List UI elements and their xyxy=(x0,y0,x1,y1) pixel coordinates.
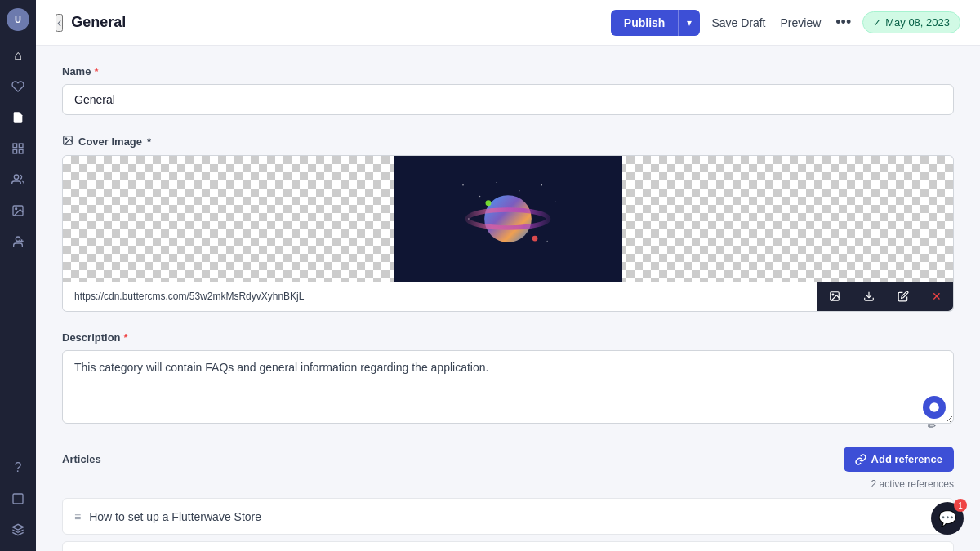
cover-image-required: * xyxy=(147,136,151,148)
svg-marker-11 xyxy=(12,524,23,530)
description-section: Description * This category will contain… xyxy=(62,331,954,427)
back-button[interactable]: ‹ xyxy=(56,14,63,32)
ai-assistant-button[interactable] xyxy=(923,396,946,419)
image-url-input[interactable] xyxy=(63,282,817,311)
svg-point-4 xyxy=(14,175,18,179)
content-area: Name * Cover Image * xyxy=(36,46,980,551)
publish-group: Publish ▾ xyxy=(611,10,701,36)
drag-icon[interactable]: ≡ xyxy=(74,510,81,523)
topbar-actions: Publish ▾ Save Draft Preview ••• May 08,… xyxy=(611,7,960,38)
chat-icon: 💬 xyxy=(938,509,956,527)
topbar: ‹ General Publish ▾ Save Draft Preview •… xyxy=(36,0,980,46)
svg-point-19 xyxy=(555,202,556,202)
image-url-row: ✕ xyxy=(62,282,954,312)
image-select-button[interactable] xyxy=(817,282,852,311)
description-required: * xyxy=(124,331,128,344)
article-left: ≡ How to set up a Flutterwave Store xyxy=(74,510,261,523)
image-preview xyxy=(62,155,954,282)
sidebar-item-document[interactable] xyxy=(5,104,31,131)
sidebar-item-home[interactable]: ⌂ xyxy=(5,42,31,69)
status-badge: May 08, 2023 xyxy=(862,11,960,33)
svg-rect-2 xyxy=(19,149,23,153)
svg-point-16 xyxy=(497,182,497,183)
svg-point-21 xyxy=(546,241,547,242)
svg-point-13 xyxy=(65,138,67,140)
sidebar-item-image[interactable] xyxy=(5,198,31,224)
articles-header: Articles Add reference xyxy=(62,447,954,472)
svg-point-17 xyxy=(519,190,519,191)
article-title: How to set up a Flutterwave Store xyxy=(89,510,261,523)
image-inner xyxy=(394,156,622,282)
page-title: General xyxy=(71,14,610,31)
list-item: ≡ How to set up a Flutterwave Store ✕ xyxy=(62,498,954,535)
name-label: Name * xyxy=(62,65,954,78)
add-reference-button[interactable]: Add reference xyxy=(844,447,954,472)
publish-button[interactable]: Publish xyxy=(611,10,679,36)
name-input[interactable] xyxy=(62,84,954,115)
active-references: 2 active references xyxy=(62,478,954,490)
save-draft-button[interactable]: Save Draft xyxy=(708,10,768,36)
svg-rect-1 xyxy=(19,144,23,148)
svg-rect-0 xyxy=(13,144,17,148)
articles-label: Articles xyxy=(62,453,101,465)
preview-button[interactable]: Preview xyxy=(777,10,825,36)
sidebar-item-users[interactable] xyxy=(5,167,31,193)
cover-image-label: Cover Image * xyxy=(62,135,954,149)
image-remove-button[interactable]: ✕ xyxy=(920,282,953,311)
pencil-icon: ✏ xyxy=(928,420,936,432)
description-wrapper: This category will contain FAQs and gene… xyxy=(62,350,954,427)
name-required: * xyxy=(94,65,98,78)
chat-badge: 1 xyxy=(954,499,967,512)
main-content: ‹ General Publish ▾ Save Draft Preview •… xyxy=(36,0,980,551)
svg-point-18 xyxy=(541,184,542,185)
avatar[interactable]: U xyxy=(7,8,29,31)
description-label: Description * xyxy=(62,331,954,344)
sidebar-item-box[interactable] xyxy=(5,486,31,512)
sidebar-item-layers[interactable] xyxy=(5,517,31,543)
image-action-bar: ✕ xyxy=(817,282,953,311)
sidebar: U ⌂ ? xyxy=(0,0,36,551)
svg-rect-10 xyxy=(13,494,23,504)
chat-bubble[interactable]: 💬 1 xyxy=(931,502,964,535)
svg-point-24 xyxy=(486,200,492,206)
sidebar-item-bolt[interactable] xyxy=(5,73,31,100)
svg-point-25 xyxy=(532,236,538,242)
more-options-button[interactable]: ••• xyxy=(832,7,854,38)
svg-point-27 xyxy=(832,294,834,295)
cover-image-section: Cover Image * xyxy=(62,135,954,312)
status-date: May 08, 2023 xyxy=(885,16,950,29)
image-download-button[interactable] xyxy=(852,282,886,311)
svg-point-15 xyxy=(479,196,480,197)
svg-point-6 xyxy=(16,208,17,210)
sidebar-item-person-add[interactable] xyxy=(5,229,31,255)
add-reference-label: Add reference xyxy=(871,453,942,465)
description-input[interactable]: This category will contain FAQs and gene… xyxy=(62,350,954,424)
publish-dropdown-button[interactable]: ▾ xyxy=(678,10,700,36)
svg-rect-3 xyxy=(13,149,17,153)
list-item: ≡ Two-factor authentication on Barter ✕ xyxy=(62,541,954,551)
sidebar-item-grid[interactable] xyxy=(5,136,31,162)
image-edit-button[interactable] xyxy=(886,282,920,311)
svg-point-7 xyxy=(16,237,20,241)
cover-image-icon xyxy=(62,135,74,149)
sidebar-item-question[interactable]: ? xyxy=(5,455,31,481)
svg-point-14 xyxy=(462,184,463,185)
name-section: Name * xyxy=(62,65,954,115)
articles-section: Articles Add reference 2 active referenc… xyxy=(62,447,954,551)
svg-point-22 xyxy=(484,195,532,242)
